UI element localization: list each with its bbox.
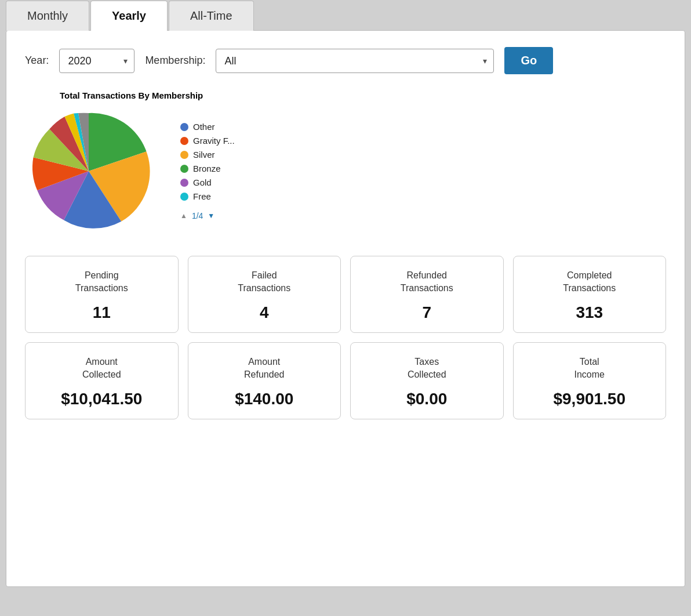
membership-select-wrap: All Bronze Silver Gold Free ▾ — [216, 49, 494, 73]
chart-legend: Other Gravity F... Silver Bronze — [180, 122, 235, 220]
main-card: Year: 2020 2019 2018 ▾ Membership: All B… — [6, 30, 685, 587]
tab-alltime[interactable]: All-Time — [169, 1, 254, 31]
stat-label-pending: PendingTransactions — [75, 269, 128, 295]
go-button[interactable]: Go — [504, 47, 553, 74]
stat-card-completed: CompletedTransactions 313 — [513, 256, 667, 333]
stat-label-taxes-collected: TaxesCollected — [408, 356, 446, 382]
stats-grid-row1: PendingTransactions 11 FailedTransaction… — [25, 256, 666, 333]
year-select[interactable]: 2020 2019 2018 — [59, 49, 134, 73]
stat-card-failed: FailedTransactions 4 — [188, 256, 341, 333]
membership-select[interactable]: All Bronze Silver Gold Free — [216, 49, 494, 73]
legend-dot-silver — [180, 151, 188, 159]
pie-chart: 31% 18.5% — [25, 107, 152, 235]
tab-monthly[interactable]: Monthly — [6, 1, 89, 31]
legend-dot-free — [180, 193, 188, 201]
legend-item-silver: Silver — [180, 150, 235, 160]
membership-label: Membership: — [145, 55, 205, 67]
stat-label-completed: CompletedTransactions — [563, 269, 616, 295]
chart-title: Total Transactions By Membership — [60, 90, 203, 100]
stat-value-amount-collected: $10,041.50 — [61, 390, 142, 408]
filters-row: Year: 2020 2019 2018 ▾ Membership: All B… — [25, 47, 666, 74]
year-select-wrap: 2020 2019 2018 ▾ — [59, 49, 134, 73]
page-info: 1/4 — [192, 211, 203, 220]
legend-dot-gold — [180, 179, 188, 187]
outer-wrap: Monthly Yearly All-Time Year: 2020 2019 … — [0, 0, 691, 616]
page-prev-icon[interactable]: ▲ — [180, 212, 187, 220]
page-next-icon[interactable]: ▼ — [208, 212, 214, 220]
chart-section: Total Transactions By Membership 31% 18.… — [25, 90, 666, 235]
legend-item-gravity: Gravity F... — [180, 136, 235, 146]
stat-card-refunded: RefundedTransactions 7 — [350, 256, 504, 333]
legend-dot-gravity — [180, 137, 188, 145]
stat-card-taxes-collected: TaxesCollected $0.00 — [350, 342, 504, 419]
stat-value-amount-refunded: $140.00 — [235, 390, 293, 408]
stat-label-total-income: TotalIncome — [574, 356, 605, 382]
stat-card-pending: PendingTransactions 11 — [25, 256, 179, 333]
tab-yearly[interactable]: Yearly — [90, 1, 168, 31]
stat-value-taxes-collected: $0.00 — [406, 390, 447, 408]
chart-pagination: ▲ 1/4 ▼ — [180, 211, 235, 220]
tabs-bar: Monthly Yearly All-Time — [0, 0, 691, 30]
stat-card-amount-collected: AmountCollected $10,041.50 — [25, 342, 179, 419]
legend-item-free: Free — [180, 191, 235, 201]
legend-item-bronze: Bronze — [180, 164, 235, 173]
stat-value-completed: 313 — [576, 303, 603, 322]
legend-item-other: Other — [180, 122, 235, 132]
stat-label-failed: FailedTransactions — [238, 269, 290, 295]
stat-label-amount-refunded: AmountRefunded — [244, 356, 284, 382]
stat-value-refunded: 7 — [422, 303, 431, 322]
stat-card-total-income: TotalIncome $9,901.50 — [513, 342, 667, 419]
chart-body: 31% 18.5% — [25, 107, 235, 235]
stat-value-total-income: $9,901.50 — [553, 390, 625, 408]
stat-label-amount-collected: AmountCollected — [82, 356, 121, 382]
stat-card-amount-refunded: AmountRefunded $140.00 — [188, 342, 341, 419]
legend-dot-other — [180, 123, 188, 131]
stats-grid-row2: AmountCollected $10,041.50 AmountRefunde… — [25, 342, 666, 419]
stat-value-failed: 4 — [260, 303, 269, 322]
stat-label-refunded: RefundedTransactions — [401, 269, 453, 295]
stat-value-pending: 11 — [93, 303, 111, 322]
legend-item-gold: Gold — [180, 177, 235, 187]
legend-dot-bronze — [180, 165, 188, 173]
year-label: Year: — [25, 55, 49, 67]
